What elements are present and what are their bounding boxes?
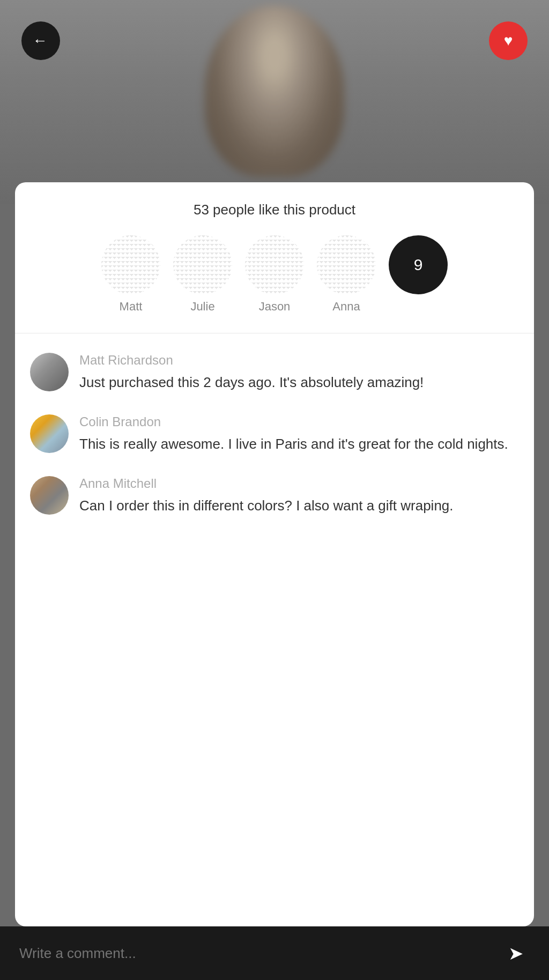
like-button[interactable]: ♥ xyxy=(489,21,528,60)
avatars-row: Matt Julie Jason Anna 9 xyxy=(30,235,519,314)
comment-content-matt: Matt Richardson Just purchased this 2 da… xyxy=(79,353,519,393)
avatar-item-matt[interactable]: Matt xyxy=(101,235,160,314)
background-photo xyxy=(0,0,549,204)
avatar-name-matt: Matt xyxy=(120,300,143,314)
avatar-jason-img xyxy=(245,235,304,294)
avatar-matt-img xyxy=(101,235,160,294)
main-card: 53 people like this product Matt Julie J… xyxy=(15,182,534,926)
avatar-name-jason: Jason xyxy=(259,300,291,314)
avatar-more-count: 9 xyxy=(414,256,423,274)
avatar-item-julie[interactable]: Julie xyxy=(173,235,232,314)
likes-count-text: 53 people like this product xyxy=(30,202,519,218)
avatar-anna xyxy=(317,235,376,294)
comment-avatar-matt xyxy=(30,353,69,391)
comment-input[interactable] xyxy=(19,945,491,962)
back-arrow-icon: ← xyxy=(33,33,48,48)
avatar-more-circle: 9 xyxy=(389,235,448,294)
avatar-jason xyxy=(245,235,304,294)
comment-name-anna: Anna Mitchell xyxy=(79,476,519,491)
avatar-anna-img xyxy=(317,235,376,294)
comment-text-colin: This is really awesome. I live in Paris … xyxy=(79,434,519,455)
avatar-item-jason[interactable]: Jason xyxy=(245,235,304,314)
comment-avatar-anna xyxy=(30,476,69,515)
comment-text-matt: Just purchased this 2 days ago. It's abs… xyxy=(79,372,519,393)
send-button[interactable]: ➤ xyxy=(502,939,530,967)
back-button[interactable]: ← xyxy=(21,21,60,60)
avatar-item-more[interactable]: 9 xyxy=(389,235,448,294)
background-blur xyxy=(205,5,344,177)
comment-item-colin: Colin Brandon This is really awesome. I … xyxy=(30,414,519,455)
comment-item-anna: Anna Mitchell Can I order this in differ… xyxy=(30,476,519,516)
comment-content-colin: Colin Brandon This is really awesome. I … xyxy=(79,414,519,455)
section-divider xyxy=(15,333,534,333)
send-icon: ➤ xyxy=(508,942,523,964)
comment-name-matt: Matt Richardson xyxy=(79,353,519,368)
comment-content-anna: Anna Mitchell Can I order this in differ… xyxy=(79,476,519,516)
avatar-julie xyxy=(173,235,232,294)
avatar-item-anna[interactable]: Anna xyxy=(317,235,376,314)
avatar-matt xyxy=(101,235,160,294)
avatar-name-anna: Anna xyxy=(332,300,360,314)
comment-item-matt: Matt Richardson Just purchased this 2 da… xyxy=(30,353,519,393)
comment-name-colin: Colin Brandon xyxy=(79,414,519,429)
comment-avatar-colin xyxy=(30,414,69,453)
comment-text-anna: Can I order this in different colors? I … xyxy=(79,495,519,516)
comment-bar: ➤ xyxy=(0,926,549,980)
avatar-name-julie: Julie xyxy=(190,300,214,314)
heart-icon: ♥ xyxy=(504,33,513,48)
avatar-julie-img xyxy=(173,235,232,294)
